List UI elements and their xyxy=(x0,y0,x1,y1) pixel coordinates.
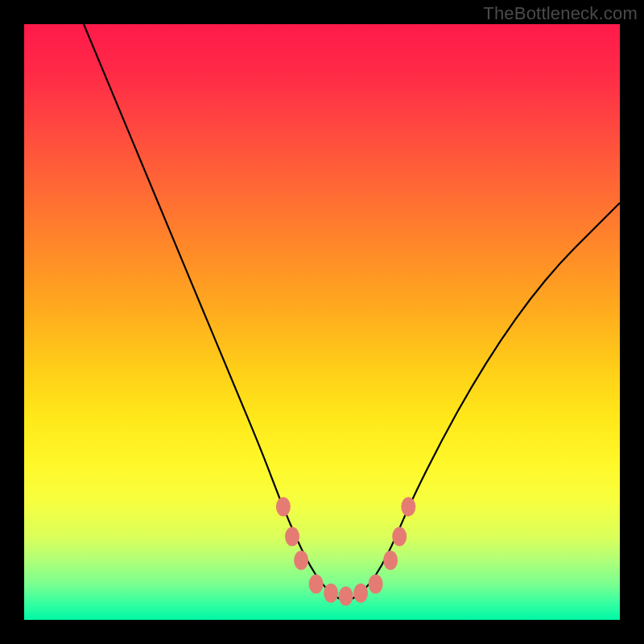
bead xyxy=(392,526,407,546)
bead xyxy=(369,575,383,594)
bead xyxy=(276,497,291,516)
bead xyxy=(294,551,308,570)
bead-cluster xyxy=(276,497,415,605)
bead xyxy=(383,551,398,570)
curve-layer xyxy=(24,24,620,620)
bead xyxy=(353,584,368,603)
plot-area xyxy=(24,24,620,620)
chart-frame: TheBottleneck.com xyxy=(0,0,644,644)
watermark-text: TheBottleneck.com xyxy=(483,3,638,24)
bead xyxy=(324,584,338,603)
bead xyxy=(285,526,299,546)
bead xyxy=(401,497,415,516)
bottleneck-curve xyxy=(84,24,620,601)
bead xyxy=(339,586,353,605)
bead xyxy=(309,575,324,594)
